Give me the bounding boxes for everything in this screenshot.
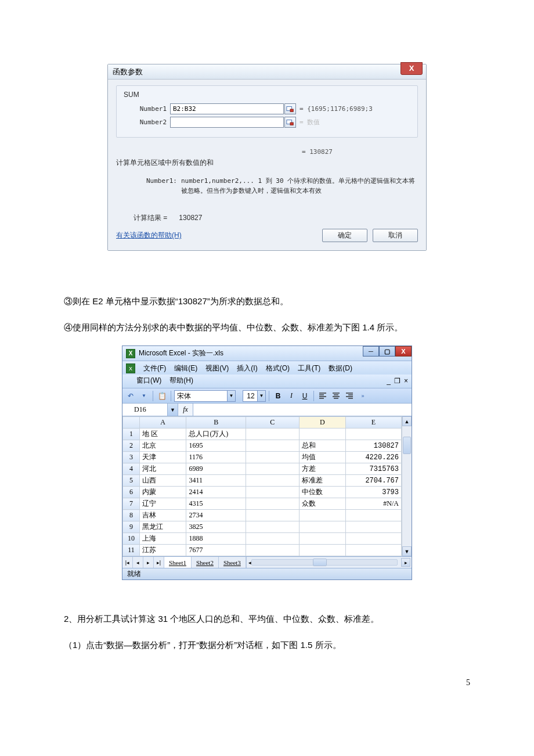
cell[interactable]: 山西 [140,475,186,487]
menu-data[interactable]: 数据(D) [329,363,352,373]
cell[interactable]: 中位数 [299,487,345,498]
menu-help[interactable]: 帮助(H) [169,376,193,386]
row-header[interactable]: 11 [123,545,140,556]
cell[interactable]: 2734 [186,510,246,521]
cell[interactable] [345,510,401,521]
col-header[interactable]: A [140,417,186,429]
cell[interactable] [299,545,345,556]
cell[interactable]: 4220.226 [345,452,401,463]
range-select-icon[interactable] [284,103,296,114]
cell[interactable]: 均值 [299,452,345,463]
cell[interactable] [299,533,345,545]
cell[interactable]: 江苏 [140,545,186,556]
maximize-icon[interactable]: ▢ [379,346,395,357]
col-header[interactable]: D [299,417,345,429]
row-header[interactable]: 5 [123,475,140,487]
col-header[interactable]: E [345,417,401,429]
italic-button[interactable]: I [286,390,297,402]
minimize-icon[interactable]: ─ [363,346,379,357]
close-icon[interactable]: X [400,62,423,75]
cell[interactable] [246,533,300,545]
font-size-select[interactable]: 12 ▼ [243,390,266,402]
first-tab-icon[interactable]: |◂ [122,557,133,568]
cell[interactable]: 总人口(万人) [186,429,246,440]
number2-input[interactable] [170,117,284,128]
mdi-minimize-icon[interactable]: _ [387,377,391,385]
cell[interactable]: 1695 [186,440,246,452]
cell[interactable]: 吉林 [140,510,186,521]
row-header[interactable]: 1 [123,429,140,440]
row-header[interactable]: 4 [123,463,140,475]
next-tab-icon[interactable]: ▸ [143,557,154,568]
cell[interactable]: 标准差 [299,475,345,487]
menu-view[interactable]: 视图(V) [205,363,229,373]
cell[interactable]: 辽宁 [140,498,186,510]
cell[interactable]: 6989 [186,463,246,475]
cell[interactable]: 7677 [186,545,246,556]
cell[interactable] [246,452,300,463]
menu-format[interactable]: 格式(O) [266,363,290,373]
cell[interactable]: 黑龙江 [140,521,186,533]
row-header[interactable]: 2 [123,440,140,452]
cell[interactable] [299,521,345,533]
cell[interactable] [345,545,401,556]
sheet-tab-1[interactable]: Sheet1 [164,557,192,568]
cell[interactable]: 3793 [345,487,401,498]
cell[interactable] [299,510,345,521]
cell[interactable]: 3411 [186,475,246,487]
align-right-icon[interactable] [344,390,355,402]
fx-icon[interactable]: fx [178,404,193,416]
row-header[interactable]: 8 [123,510,140,521]
menu-file[interactable]: 文件(F) [143,363,166,373]
cell[interactable] [246,463,300,475]
menu-edit[interactable]: 编辑(E) [174,363,197,373]
cell[interactable] [345,521,401,533]
cell[interactable] [246,475,300,487]
cell[interactable] [299,429,345,440]
cell[interactable]: 1888 [186,533,246,545]
menu-window[interactable]: 窗口(W) [136,376,161,386]
cell[interactable]: 方差 [299,463,345,475]
cell[interactable] [246,498,300,510]
row-header[interactable]: 7 [123,498,140,510]
help-link[interactable]: 有关该函数的帮助(H) [116,231,182,240]
cell[interactable] [246,521,300,533]
cell[interactable] [345,429,401,440]
cell[interactable]: #N/A [345,498,401,510]
scroll-thumb[interactable] [313,559,327,566]
cell[interactable]: 总和 [299,440,345,452]
menu-tools[interactable]: 工具(T) [298,363,320,373]
row-header[interactable]: 3 [123,452,140,463]
scroll-up-icon[interactable]: ▲ [402,416,412,426]
vertical-scrollbar[interactable]: ▲ ▼ [402,416,412,556]
prev-tab-icon[interactable]: ◂ [133,557,143,568]
sheet-tab-3[interactable]: Sheet3 [219,557,246,568]
cell[interactable]: 4315 [186,498,246,510]
underline-button[interactable]: U [299,390,311,402]
cell[interactable]: 北京 [140,440,186,452]
align-left-icon[interactable] [317,390,329,402]
cell[interactable] [345,533,401,545]
horizontal-scrollbar[interactable]: ◂ ▸ [246,557,412,568]
formula-input[interactable] [193,404,412,416]
scroll-track[interactable] [402,426,412,546]
cell[interactable]: 众数 [299,498,345,510]
number1-input[interactable] [170,103,284,114]
font-name-select[interactable]: 宋体 ▼ [174,390,236,402]
menu-insert[interactable]: 插入(I) [237,363,257,373]
mdi-restore-icon[interactable]: ❐ [394,377,400,385]
bold-button[interactable]: B [272,390,284,402]
spreadsheet-grid[interactable]: A B C D E 1地 区总人口(万人) 2北京1695总和130827 3天… [122,416,402,556]
cell[interactable]: 河北 [140,463,186,475]
undo-dropdown-icon[interactable]: ▼ [138,390,150,402]
cell[interactable] [246,440,300,452]
cell[interactable]: 天津 [140,452,186,463]
row-header[interactable]: 10 [123,533,140,545]
close-icon[interactable]: X [395,346,412,357]
select-all-corner[interactable] [123,417,140,429]
toolbar-options-icon[interactable]: » [357,390,369,402]
ok-button[interactable]: 确定 [322,229,367,242]
cell[interactable]: 1176 [186,452,246,463]
cell[interactable] [246,429,300,440]
cell[interactable] [246,487,300,498]
